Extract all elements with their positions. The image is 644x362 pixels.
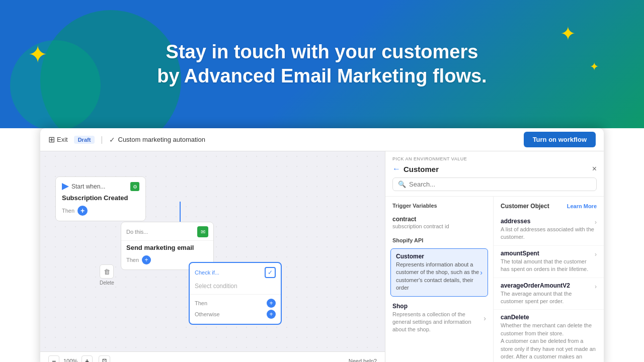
customer-item-content: Customer Represents information about a … [396,253,480,292]
check-circle-icon: ✓ [109,136,115,144]
action-node-header: Do this... ✉ [121,222,213,241]
start-node-title: Subscription Created [62,194,139,202]
email-icon: ✉ [197,226,208,237]
panel-back-button[interactable]: ← Customer [392,164,439,173]
zoom-out-button[interactable]: − [48,355,59,363]
check-body: Select condition [190,281,281,294]
check-node[interactable]: Check if... ✓ Select condition Then + Ot… [189,262,282,325]
panel-left-column: Trigger Variables contract subscription … [385,197,494,362]
customer-object-title: Customer Object [501,203,549,210]
check-node-header: Check if... ✓ [190,263,281,281]
can-delete-title: canDelete [501,314,597,321]
hero-bg-shape2 [10,40,101,128]
star-right-icon: ✦ [560,23,576,45]
amount-spent-chevron-icon: › [595,251,597,258]
then-row: Then + [195,299,276,308]
trigger-section-title: Trigger Variables [385,203,493,212]
addresses-title: addresses [501,218,595,225]
addresses-content: addresses A list of addresses associated… [501,218,595,241]
amount-spent-desc: The total amount that the customer has s… [501,258,595,274]
play-icon [62,183,69,190]
prop-addresses[interactable]: addresses A list of addresses associated… [494,214,604,246]
hero-title: Stay in touch with your customers by Adv… [157,40,487,88]
check-label: Check if... [195,269,219,276]
contract-desc: subscription contract id [392,223,486,229]
fit-button[interactable]: ⊡ [99,355,110,363]
then-label-start: Then + [62,206,139,216]
panel-close-button[interactable]: × [592,164,597,173]
average-order-content: averageOrderAmountV2 The average amount … [501,282,595,306]
customer-object-header: Customer Object Learn More [494,203,604,214]
turn-on-workflow-button[interactable]: Turn on workflow [524,132,596,147]
right-panel: PICK AN ENVIRONMENT VALUE ← Customer × 🔍… [385,151,604,362]
delete-node-button[interactable]: 🗑 Delete [100,264,114,286]
star-small-icon: ✦ [590,60,599,73]
pick-env-label: PICK AN ENVIRONMENT VALUE [392,156,597,161]
search-icon: 🔍 [398,180,406,188]
shop-shopify-item[interactable]: Shop Represents a collection of the gene… [385,299,493,338]
shop-item-desc: Represents a collection of the general s… [392,311,484,334]
checkbox-icon: ✓ [265,267,276,278]
start-label: Start when... [62,183,105,190]
start-node[interactable]: Start when... ⚙ Subscription Created The… [55,176,146,221]
zoom-in-button[interactable]: + [82,355,93,363]
exit-button[interactable]: ⊞ Exit [48,135,68,144]
customer-shopify-item[interactable]: Customer Represents information about a … [390,248,488,297]
delete-label: Delete [100,280,114,286]
customer-item-title: Customer [396,253,480,260]
customer-item-desc: Represents information about a customer … [396,261,480,292]
start-node-header: Start when... ⚙ [62,182,139,191]
addresses-desc: A list of addresses associated with the … [501,226,595,241]
shop-item-content: Shop Represents a collection of the gene… [392,303,484,334]
average-order-chevron-icon: › [595,283,597,290]
trigger-contract-item[interactable]: contract subscription contract id [385,212,493,233]
can-delete-content: canDelete Whether the merchant can delet… [501,314,597,362]
contract-title: contract [392,216,486,223]
canvas-bottom-bar: − 100% + ⊡ Need help? [40,351,385,362]
main-content: Start when... ⚙ Subscription Created The… [40,151,604,362]
panel-header: PICK AN ENVIRONMENT VALUE ← Customer × 🔍 [385,151,604,197]
hero-banner: ✦ ✦ ✦ Stay in touch with your customers … [0,0,644,128]
panel-right-column: Customer Object Learn More addresses A l… [494,197,604,362]
separator: | [101,135,103,144]
prop-can-delete[interactable]: canDelete Whether the merchant can delet… [494,310,604,362]
amount-spent-title: amountSpent [501,250,595,257]
zoom-level: 100% [63,358,77,363]
average-order-title: averageOrderAmountV2 [501,282,595,289]
search-input[interactable] [409,180,591,188]
shop-item-title: Shop [392,303,484,310]
zoom-controls: − 100% + [48,355,93,363]
prop-average-order[interactable]: averageOrderAmountV2 The average amount … [494,278,604,310]
workflow-canvas[interactable]: Start when... ⚙ Subscription Created The… [40,151,385,362]
then-text: Then [195,300,207,306]
amount-spent-content: amountSpent The total amount that the cu… [501,250,595,274]
customer-chevron-icon: › [480,268,482,277]
prop-amount-spent[interactable]: amountSpent The total amount that the cu… [494,246,604,278]
otherwise-row: Otherwise + [195,310,276,319]
top-bar: ⊞ Exit Draft | ✓ Custom marketing automa… [40,128,604,151]
add-after-start-button[interactable]: + [77,206,88,216]
addresses-chevron-icon: › [595,219,597,226]
shopify-section-title: Shopify API [385,237,493,246]
then-otherwise-section: Then + Otherwise + [190,294,281,324]
delete-icon: 🗑 [100,264,114,279]
shop-chevron-icon: › [484,314,486,322]
can-delete-desc: Whether the merchant can delete the cust… [501,322,597,362]
draft-badge: Draft [74,136,95,144]
action-title: Send marketing email [126,244,208,251]
add-otherwise-button[interactable]: + [267,310,276,319]
workflow-title: ✓ Custom marketing automation [109,136,205,144]
need-help-label: Need help? [349,358,377,363]
otherwise-text: Otherwise [195,311,220,317]
add-after-action-button[interactable]: + [142,255,151,264]
panel-title: Customer [404,165,439,173]
node-gear-icon: ⚙ [130,182,139,191]
learn-more-link[interactable]: Learn More [567,203,597,209]
panel-title-row: ← Customer × [392,164,597,173]
back-arrow-icon: ← [392,164,400,173]
add-then-button[interactable]: + [267,299,276,308]
search-bar[interactable]: 🔍 [392,177,597,191]
average-order-desc: The average amount that the customer spe… [501,290,595,306]
app-window: ⊞ Exit Draft | ✓ Custom marketing automa… [40,128,604,362]
select-condition-placeholder: Select condition [195,283,237,290]
